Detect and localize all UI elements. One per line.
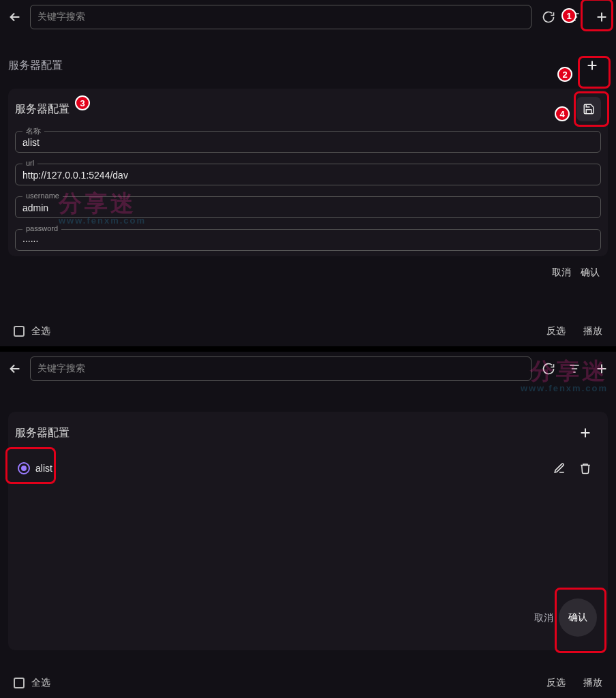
add-button-top[interactable] bbox=[589, 356, 615, 382]
screenshot-upper: 关键字搜索 服务器配置 服务器配置 名称 alist bbox=[0, 0, 616, 346]
plus-icon bbox=[578, 425, 593, 440]
server-config-edit-card: 服务器配置 名称 alist url http://127.0.0.1:5244… bbox=[8, 89, 608, 256]
confirm-button[interactable]: 确认 bbox=[581, 267, 600, 279]
url-value: http://127.0.0.1:5244/dav bbox=[22, 170, 594, 181]
select-all-checkbox[interactable] bbox=[14, 326, 25, 337]
username-field[interactable]: username admin bbox=[15, 196, 601, 218]
arrow-left-icon bbox=[7, 361, 22, 376]
section-title: 服务器配置 bbox=[15, 426, 70, 440]
refresh-icon bbox=[542, 10, 555, 24]
top-bar: 关键字搜索 bbox=[0, 352, 616, 386]
name-field[interactable]: 名称 alist bbox=[15, 131, 601, 153]
filter-button[interactable] bbox=[563, 357, 586, 380]
cancel-button[interactable]: 取消 bbox=[534, 612, 553, 624]
cancel-button[interactable]: 取消 bbox=[552, 267, 571, 279]
top-bar: 关键字搜索 bbox=[0, 0, 616, 34]
username-label: username bbox=[22, 192, 63, 200]
password-value: ······ bbox=[22, 235, 594, 246]
bottom-bar: 全选 反选 播放 bbox=[0, 668, 616, 698]
delete-server-button[interactable] bbox=[574, 457, 597, 480]
server-config-list-card: 服务器配置 alist bbox=[8, 412, 608, 650]
filter-icon bbox=[568, 362, 581, 376]
select-all-checkbox[interactable] bbox=[14, 678, 25, 688]
section-title-outer: 服务器配置 bbox=[8, 59, 63, 73]
invert-button[interactable]: 反选 bbox=[546, 677, 566, 689]
invert-button[interactable]: 反选 bbox=[546, 325, 566, 337]
add-server-button[interactable] bbox=[574, 421, 597, 444]
search-input[interactable]: 关键字搜索 bbox=[30, 5, 532, 29]
radio-selected[interactable] bbox=[18, 462, 30, 474]
back-button[interactable] bbox=[0, 2, 30, 32]
edit-server-button[interactable] bbox=[548, 457, 571, 480]
play-button[interactable]: 播放 bbox=[583, 325, 602, 337]
url-label: url bbox=[22, 159, 37, 167]
card-header: 服务器配置 bbox=[8, 412, 608, 451]
server-row: alist bbox=[8, 451, 608, 485]
plus-icon bbox=[594, 10, 609, 25]
username-value: admin bbox=[22, 202, 594, 213]
server-label: alist bbox=[35, 463, 52, 474]
select-all-label: 全选 bbox=[31, 677, 50, 689]
filter-button[interactable] bbox=[563, 5, 586, 29]
confirm-label: 确认 bbox=[568, 611, 587, 624]
card-header: 服务器配置 bbox=[8, 89, 608, 131]
plus-icon bbox=[585, 58, 600, 73]
name-value: alist bbox=[22, 137, 594, 148]
arrow-left-icon bbox=[7, 10, 22, 25]
edit-icon bbox=[553, 462, 566, 474]
refresh-icon bbox=[542, 362, 555, 376]
add-button-top[interactable] bbox=[589, 4, 615, 30]
server-config-header-outer: 服务器配置 bbox=[8, 49, 608, 82]
refresh-button[interactable] bbox=[537, 5, 560, 29]
section-title-inner: 服务器配置 bbox=[15, 102, 70, 117]
play-button[interactable]: 播放 bbox=[583, 677, 602, 689]
save-icon bbox=[583, 103, 595, 115]
search-input[interactable]: 关键字搜索 bbox=[30, 356, 532, 381]
filter-icon bbox=[568, 10, 581, 24]
plus-icon bbox=[594, 361, 609, 376]
name-label: 名称 bbox=[22, 126, 44, 136]
confirm-round-button[interactable]: 确认 bbox=[559, 598, 597, 637]
add-server-button[interactable] bbox=[578, 51, 606, 80]
select-all-label: 全选 bbox=[31, 325, 50, 337]
save-button[interactable] bbox=[576, 97, 601, 121]
back-button[interactable] bbox=[0, 354, 30, 384]
password-label: password bbox=[22, 224, 61, 232]
refresh-button[interactable] bbox=[537, 357, 560, 380]
screenshot-lower: 关键字搜索 分享迷 www.fenxm.com 服务器配置 bbox=[0, 352, 616, 698]
search-placeholder: 关键字搜索 bbox=[37, 11, 85, 23]
url-field[interactable]: url http://127.0.0.1:5244/dav bbox=[15, 164, 601, 185]
form-buttons: 取消 确认 bbox=[8, 259, 608, 286]
trash-icon bbox=[579, 462, 591, 474]
password-field[interactable]: password ······ bbox=[15, 229, 601, 251]
bottom-bar: 全选 反选 播放 bbox=[0, 316, 616, 346]
search-placeholder: 关键字搜索 bbox=[37, 363, 85, 375]
